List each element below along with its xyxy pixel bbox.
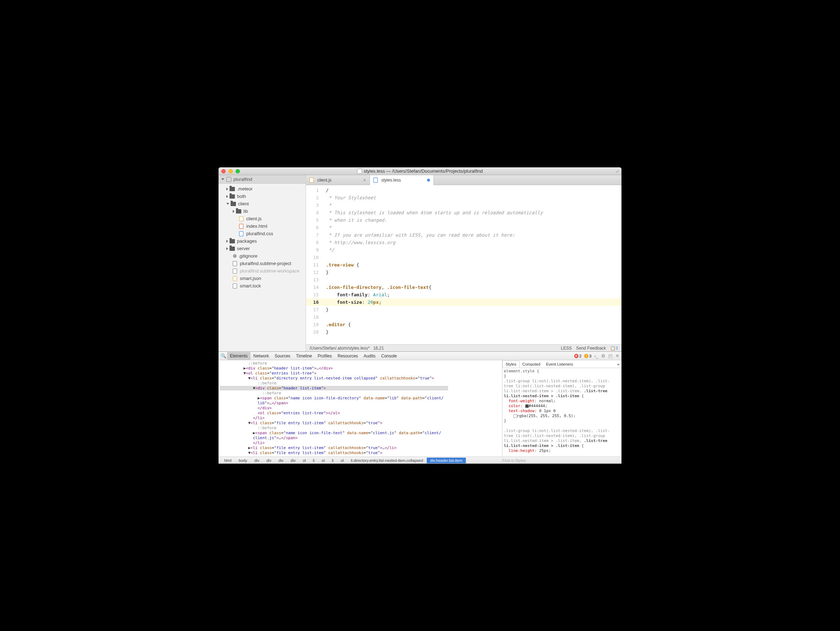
file-icon: [239, 224, 243, 229]
item-label: packages: [237, 238, 257, 244]
breadcrumb-item[interactable]: body: [235, 457, 251, 463]
folder-item[interactable]: lib: [218, 208, 306, 215]
chevron-icon: [226, 188, 228, 191]
file-tree: .meteor both client lib client.js index.…: [218, 184, 306, 291]
item-label: pluralfind.sublime-workspace: [240, 268, 300, 274]
console-toggle-icon[interactable]: ›_: [594, 353, 598, 358]
breadcrumb-item[interactable]: ol: [299, 457, 309, 463]
devtools-toolbar: 🔍 ElementsNetworkSourcesTimelineProfiles…: [218, 352, 622, 360]
titlebar[interactable]: styles.less — /Users/Stefan/Documents/Pr…: [218, 167, 622, 175]
dock-icon[interactable]: ◰: [608, 353, 613, 358]
devtools-tab-sources[interactable]: Sources: [272, 352, 293, 360]
file-icon: [233, 261, 237, 266]
folder-icon: [236, 209, 241, 213]
devtools-tab-audits[interactable]: Audits: [361, 352, 378, 360]
status-cursor-pos: 16,21: [373, 346, 384, 351]
code-content[interactable]: / * Your Stylesheet * * This stylesheet …: [323, 185, 622, 344]
styles-tab-styles[interactable]: Styles: [502, 361, 519, 368]
file-item[interactable]: pluralfind.sublime-project: [218, 260, 306, 267]
deprecation-count[interactable]: 📋3: [610, 346, 618, 351]
styles-tab-event-listeners[interactable]: Event Listeners: [543, 361, 576, 368]
project-root[interactable]: pluralfind: [218, 175, 306, 184]
item-label: client.js: [246, 216, 262, 221]
breadcrumb-item[interactable]: div.header.list-item: [427, 457, 466, 463]
file-item[interactable]: smart.json: [218, 274, 306, 282]
chevron-icon: [226, 247, 228, 250]
devtools-tab-timeline[interactable]: Timeline: [293, 352, 315, 360]
send-feedback-link[interactable]: Send Feedback: [576, 346, 606, 351]
chevron-icon: [226, 195, 228, 198]
modified-indicator: [427, 179, 430, 181]
devtools-tab-resources[interactable]: Resources: [335, 352, 361, 360]
file-icon: [357, 169, 362, 174]
breadcrumb-item[interactable]: div: [275, 457, 287, 463]
file-item[interactable]: client.js: [218, 215, 306, 222]
folder-item[interactable]: server: [218, 245, 306, 252]
search-icon[interactable]: 🔍: [221, 353, 226, 358]
app-window: styles.less — /Users/Stefan/Documents/Pr…: [218, 167, 622, 464]
settings-gear-icon[interactable]: ⚙: [601, 353, 605, 358]
styles-tab-computed[interactable]: Computed: [519, 361, 543, 368]
styles-pane: StylesComputedEvent Listeners» element.s…: [502, 360, 622, 457]
styles-content[interactable]: element.style { } .list-group li:not(.li…: [502, 368, 622, 457]
folder-item[interactable]: packages: [218, 237, 306, 245]
more-tabs-icon[interactable]: »: [615, 362, 622, 366]
file-item[interactable]: pluralfind.sublime-workspace: [218, 267, 306, 274]
breadcrumb-item[interactable]: div: [263, 457, 275, 463]
elements-tree[interactable]: ::before ▶<div class="header list-item">…: [218, 360, 502, 457]
folder-item[interactable]: .meteor: [218, 185, 306, 192]
fullscreen-icon[interactable]: ⤢: [614, 169, 620, 174]
devtools-tab-console[interactable]: Console: [379, 352, 400, 360]
file-item[interactable]: ⚙ .gitignore: [218, 252, 306, 260]
folder-item[interactable]: both: [218, 192, 306, 200]
file-item[interactable]: index.html: [218, 222, 306, 230]
close-tab-icon[interactable]: ×: [363, 177, 366, 183]
find-in-styles-input[interactable]: Find in Styles: [500, 457, 619, 463]
item-label: pluralfind.css: [246, 231, 273, 236]
chevron-down-icon: [221, 178, 224, 180]
tab-bar: client.js×styles.less: [306, 175, 622, 185]
editor-tab[interactable]: client.js×: [306, 175, 370, 185]
breadcrumb-item[interactable]: ol: [318, 457, 328, 463]
repo-icon: [226, 177, 231, 182]
chevron-icon: [226, 240, 228, 243]
file-icon: [239, 231, 243, 236]
file-icon: [373, 178, 378, 183]
breadcrumb-item[interactable]: ol: [337, 457, 347, 463]
file-icon: [239, 216, 243, 221]
devtools-panel: 🔍 ElementsNetworkSourcesTimelineProfiles…: [218, 352, 622, 464]
line-gutter: 1234567891011121314151617181920: [306, 185, 323, 344]
devtools-tab-elements[interactable]: Elements: [227, 352, 251, 360]
item-label: pluralfind.sublime-project: [240, 261, 291, 266]
status-file-path: /Users/Stefan/.atom/styles.less*: [309, 346, 369, 351]
project-name: pluralfind: [234, 177, 252, 182]
window-title: styles.less — /Users/Stefan/Documents/Pr…: [218, 169, 622, 174]
breadcrumb-item[interactable]: div: [251, 457, 263, 463]
devtools-tab-profiles[interactable]: Profiles: [315, 352, 335, 360]
error-count[interactable]: ✕2: [574, 354, 581, 358]
code-editor[interactable]: 1234567891011121314151617181920 / * Your…: [306, 185, 622, 344]
item-label: smart.json: [240, 276, 261, 281]
warning-count[interactable]: !3: [584, 354, 591, 358]
status-language[interactable]: LESS: [561, 346, 572, 351]
devtools-tab-network[interactable]: Network: [251, 352, 272, 360]
breadcrumb-item[interactable]: li: [309, 457, 318, 463]
file-item[interactable]: pluralfind.css: [218, 230, 306, 237]
close-devtools-icon[interactable]: ✕: [616, 353, 619, 358]
item-label: index.html: [246, 224, 267, 229]
breadcrumbs: htmlbodydivdivdivdivolliolliolli.directo…: [221, 457, 466, 463]
item-label: both: [237, 194, 246, 199]
item-label: .meteor: [237, 186, 253, 191]
folder-item[interactable]: client: [218, 200, 306, 208]
devtools-tabs: ElementsNetworkSourcesTimelineProfilesRe…: [227, 352, 400, 360]
status-bar: /Users/Stefan/.atom/styles.less* 16,21 L…: [306, 344, 622, 352]
file-icon: [233, 276, 237, 281]
breadcrumb-item[interactable]: div: [287, 457, 299, 463]
breadcrumb-bar: htmlbodydivdivdivdivolliolliolli.directo…: [218, 457, 622, 464]
file-item[interactable]: smart.lock: [218, 282, 306, 290]
editor-tab[interactable]: styles.less: [370, 175, 434, 185]
folder-icon: [229, 194, 235, 199]
breadcrumb-item[interactable]: html: [221, 457, 235, 463]
breadcrumb-item[interactable]: li.directory.entry.list-nested-item.coll…: [347, 457, 426, 463]
breadcrumb-item[interactable]: li: [328, 457, 337, 463]
